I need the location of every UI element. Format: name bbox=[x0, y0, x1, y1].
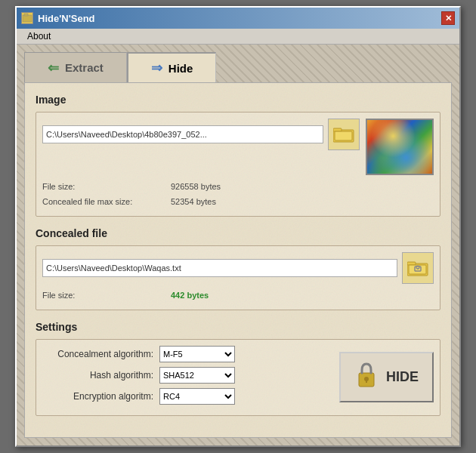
app-icon bbox=[21, 12, 33, 24]
concealed-file-info: File size: 442 bytes bbox=[42, 288, 434, 304]
tab-extract[interactable]: ⇐ Extract bbox=[24, 52, 127, 82]
hide-button[interactable]: HIDE bbox=[339, 352, 434, 402]
concealed-section-title: Concealed file bbox=[36, 227, 440, 239]
svg-rect-1 bbox=[24, 14, 28, 16]
lock-svg bbox=[354, 361, 379, 388]
concealed-section-box: File size: 442 bytes bbox=[36, 245, 440, 310]
close-button[interactable]: ✕ bbox=[441, 11, 455, 25]
image-section: Image bbox=[36, 94, 440, 217]
image-file-input[interactable] bbox=[42, 125, 323, 143]
concealed-file-input[interactable] bbox=[42, 259, 397, 277]
svg-rect-3 bbox=[333, 128, 342, 131]
parrot-image bbox=[367, 120, 432, 174]
settings-section-box: Concealment algorithm: M-F5 F5 LSB Hash … bbox=[36, 339, 440, 416]
hash-row: Hash algorithm: SHA512 SHA256 MD5 bbox=[42, 367, 324, 384]
encryption-select[interactable]: RC4 AES DES bbox=[159, 388, 235, 405]
hash-select[interactable]: SHA512 SHA256 MD5 bbox=[159, 367, 235, 384]
image-section-box: File size: 926558 bytes Concealed file m… bbox=[36, 112, 440, 217]
concealment-row: Concealment algorithm: M-F5 F5 LSB bbox=[42, 346, 324, 362]
image-filesize-label: File size: bbox=[42, 180, 156, 195]
menu-bar: About bbox=[17, 29, 459, 45]
image-maxsize-value: 52354 bytes bbox=[171, 195, 216, 210]
concealed-input-row bbox=[42, 252, 434, 284]
svg-rect-4 bbox=[335, 131, 352, 140]
title-bar-left: Hide'N'Send bbox=[21, 12, 95, 24]
settings-section-title: Settings bbox=[36, 321, 440, 333]
extract-arrow-icon: ⇐ bbox=[48, 60, 59, 76]
content-area: ⇐ Extract ⇒ Hide Image bbox=[17, 45, 459, 445]
hide-button-container: HIDE bbox=[339, 352, 434, 402]
image-file-input-group bbox=[42, 119, 360, 150]
tab-hide[interactable]: ⇒ Hide bbox=[127, 52, 217, 82]
concealed-file-input-group bbox=[42, 252, 434, 284]
concealed-filesize-label: File size: bbox=[42, 288, 156, 304]
settings-section: Settings Concealment algorithm: M-F5 F5 … bbox=[36, 321, 440, 416]
hash-label: Hash algorithm: bbox=[42, 370, 159, 381]
window-title: Hide'N'Send bbox=[38, 13, 95, 24]
image-filesize-value: 926558 bytes bbox=[171, 180, 221, 195]
settings-left: Concealment algorithm: M-F5 F5 LSB Hash … bbox=[42, 346, 324, 409]
image-maxsize-label: Concealed file max size: bbox=[42, 195, 156, 210]
encryption-label: Encryption algoritm: bbox=[42, 391, 159, 402]
app-window: Hide'N'Send ✕ About ⇐ Extract ⇒ Hide Ima… bbox=[15, 6, 461, 446]
image-preview bbox=[366, 119, 434, 175]
tab-bar: ⇐ Extract ⇒ Hide bbox=[24, 52, 452, 82]
encryption-row: Encryption algoritm: RC4 AES DES bbox=[42, 388, 324, 405]
image-section-title: Image bbox=[36, 94, 440, 106]
tab-hide-label: Hide bbox=[168, 62, 193, 75]
image-filesize-row: File size: 926558 bytes bbox=[42, 180, 434, 195]
image-folder-icon bbox=[333, 126, 354, 143]
concealed-filesize-row: File size: 442 bytes bbox=[42, 288, 434, 304]
image-maxsize-row: Concealed file max size: 52354 bytes bbox=[42, 195, 434, 210]
hide-button-label: HIDE bbox=[386, 369, 419, 385]
svg-rect-0 bbox=[23, 15, 32, 22]
image-file-info: File size: 926558 bytes Concealed file m… bbox=[42, 180, 434, 210]
image-input-row bbox=[42, 119, 434, 175]
about-menu-item[interactable]: About bbox=[23, 29, 55, 43]
hide-arrow-icon: ⇒ bbox=[151, 60, 162, 76]
concealment-select[interactable]: M-F5 F5 LSB bbox=[159, 346, 235, 362]
lock-icon bbox=[354, 361, 379, 393]
tab-extract-label: Extract bbox=[65, 61, 104, 74]
title-bar: Hide'N'Send ✕ bbox=[17, 8, 459, 29]
image-folder-button[interactable] bbox=[328, 119, 360, 150]
concealed-folder-icon bbox=[407, 260, 428, 276]
concealed-filesize-value: 442 bytes bbox=[171, 288, 209, 304]
concealed-section: Concealed file bbox=[36, 227, 440, 310]
main-panel: Image bbox=[24, 82, 452, 437]
svg-rect-6 bbox=[407, 262, 416, 265]
svg-rect-13 bbox=[366, 379, 367, 383]
concealed-folder-button[interactable] bbox=[402, 252, 434, 284]
settings-grid: Concealment algorithm: M-F5 F5 LSB Hash … bbox=[42, 346, 434, 409]
concealment-label: Concealment algorithm: bbox=[42, 349, 159, 359]
